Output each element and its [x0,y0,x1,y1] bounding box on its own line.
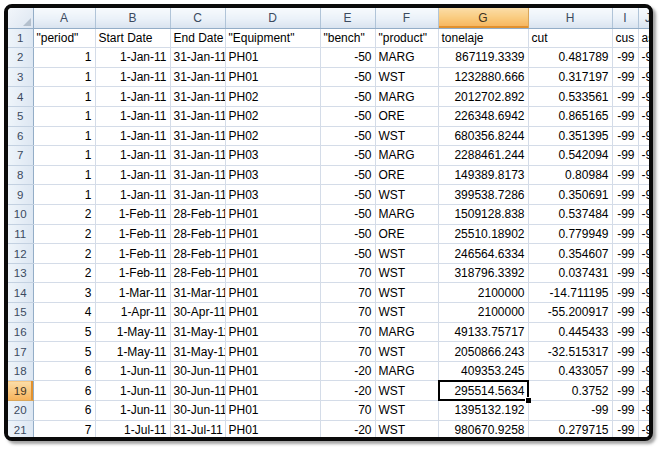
cell-I12[interactable]: -99 [612,244,638,264]
cell-D8[interactable]: PH03 [225,165,320,185]
cell-A16[interactable]: 5 [33,322,95,342]
cell-E5[interactable]: -50 [320,106,375,126]
cell-D18[interactable]: PH01 [225,361,320,381]
cell-D13[interactable]: PH01 [225,263,320,283]
cell-C5[interactable]: 31-Jan-11 [170,106,225,126]
cell-E1[interactable]: "bench" [320,28,375,48]
cell-E11[interactable]: -50 [320,224,375,244]
cell-F21[interactable]: WST [375,420,438,440]
cell-B20[interactable]: 1-Jun-11 [95,401,170,421]
cell-G13[interactable]: 318796.3392 [438,263,528,283]
cell-A8[interactable]: 1 [33,165,95,185]
cell-F13[interactable]: WST [375,263,438,283]
cell-H17[interactable]: -32.515317 [528,342,612,362]
cell-C4[interactable]: 31-Jan-11 [170,87,225,107]
cell-D7[interactable]: PH03 [225,146,320,166]
cell-H14[interactable]: -14.711195 [528,283,612,303]
cell-H11[interactable]: 0.779949 [528,224,612,244]
cell-D10[interactable]: PH01 [225,204,320,224]
column-header-C[interactable]: C [170,8,225,28]
cell-C19[interactable]: 30-Jun-11 [170,381,225,401]
row-header-13[interactable]: 13 [8,263,33,283]
cell-J10[interactable]: -99 [638,204,653,224]
column-header-H[interactable]: H [528,8,612,28]
cell-G20[interactable]: 1395132.192 [438,401,528,421]
cell-E15[interactable]: 70 [320,303,375,323]
cell-I5[interactable]: -99 [612,106,638,126]
cell-B15[interactable]: 1-Apr-11 [95,303,170,323]
column-header-J[interactable]: J [638,8,653,28]
row-header-2[interactable]: 2 [8,48,33,68]
cell-H8[interactable]: 0.80984 [528,165,612,185]
row-header-21[interactable]: 21 [8,420,33,440]
cell-B21[interactable]: 1-Jul-11 [95,420,170,440]
row-header-10[interactable]: 10 [8,204,33,224]
cell-E7[interactable]: -50 [320,146,375,166]
cell-F17[interactable]: WST [375,342,438,362]
cell-A14[interactable]: 3 [33,283,95,303]
cell-D16[interactable]: PH01 [225,322,320,342]
cell-D14[interactable]: PH01 [225,283,320,303]
cell-F16[interactable]: MARG [375,322,438,342]
cell-H4[interactable]: 0.533561 [528,87,612,107]
cell-B16[interactable]: 1-May-11 [95,322,170,342]
cell-C14[interactable]: 31-Mar-11 [170,283,225,303]
row-header-14[interactable]: 14 [8,283,33,303]
column-header-D[interactable]: D [225,8,320,28]
cell-G9[interactable]: 399538.7286 [438,185,528,205]
cell-E4[interactable]: -50 [320,87,375,107]
cell-I10[interactable]: -99 [612,204,638,224]
cell-G2[interactable]: 867119.3339 [438,48,528,68]
cell-H20[interactable]: -99 [528,401,612,421]
cell-J6[interactable]: -99 [638,126,653,146]
column-header-B[interactable]: B [95,8,170,28]
cell-I17[interactable]: -99 [612,342,638,362]
cell-J14[interactable]: -99 [638,283,653,303]
cell-I6[interactable]: -99 [612,126,638,146]
cell-E6[interactable]: -50 [320,126,375,146]
cell-A2[interactable]: 1 [33,48,95,68]
row-header-5[interactable]: 5 [8,106,33,126]
fill-handle[interactable] [525,397,531,403]
cell-A12[interactable]: 2 [33,244,95,264]
cell-J1[interactable]: as [638,28,653,48]
cell-I15[interactable]: -99 [612,303,638,323]
cell-A6[interactable]: 1 [33,126,95,146]
cell-J8[interactable]: -99 [638,165,653,185]
cell-I16[interactable]: -99 [612,322,638,342]
cell-C16[interactable]: 31-May-11 [170,322,225,342]
cell-C9[interactable]: 31-Jan-11 [170,185,225,205]
cell-E16[interactable]: 70 [320,322,375,342]
cell-E18[interactable]: -20 [320,361,375,381]
cell-F5[interactable]: ORE [375,106,438,126]
cell-D6[interactable]: PH02 [225,126,320,146]
cell-I21[interactable]: -99 [612,420,638,440]
cell-J18[interactable]: -99 [638,361,653,381]
cell-B12[interactable]: 1-Feb-11 [95,244,170,264]
cell-A18[interactable]: 6 [33,361,95,381]
cell-B10[interactable]: 1-Feb-11 [95,204,170,224]
cell-E14[interactable]: 70 [320,283,375,303]
cell-J19[interactable]: -99 [638,381,653,401]
cell-C8[interactable]: 31-Jan-11 [170,165,225,185]
cell-F14[interactable]: WST [375,283,438,303]
cell-I13[interactable]: -99 [612,263,638,283]
cell-A5[interactable]: 1 [33,106,95,126]
cell-I4[interactable]: -99 [612,87,638,107]
cell-C17[interactable]: 31-May-11 [170,342,225,362]
cell-C6[interactable]: 31-Jan-11 [170,126,225,146]
cell-A11[interactable]: 2 [33,224,95,244]
cell-E20[interactable]: 70 [320,401,375,421]
cell-A17[interactable]: 5 [33,342,95,362]
cell-E12[interactable]: -50 [320,244,375,264]
cell-H9[interactable]: 0.350691 [528,185,612,205]
cell-F15[interactable]: WST [375,303,438,323]
cell-F11[interactable]: ORE [375,224,438,244]
cell-J5[interactable]: -99 [638,106,653,126]
row-header-9[interactable]: 9 [8,185,33,205]
cell-B1[interactable]: Start Date [95,28,170,48]
cell-A15[interactable]: 4 [33,303,95,323]
cell-G3[interactable]: 1232880.666 [438,67,528,87]
cell-C10[interactable]: 28-Feb-11 [170,204,225,224]
row-header-8[interactable]: 8 [8,165,33,185]
